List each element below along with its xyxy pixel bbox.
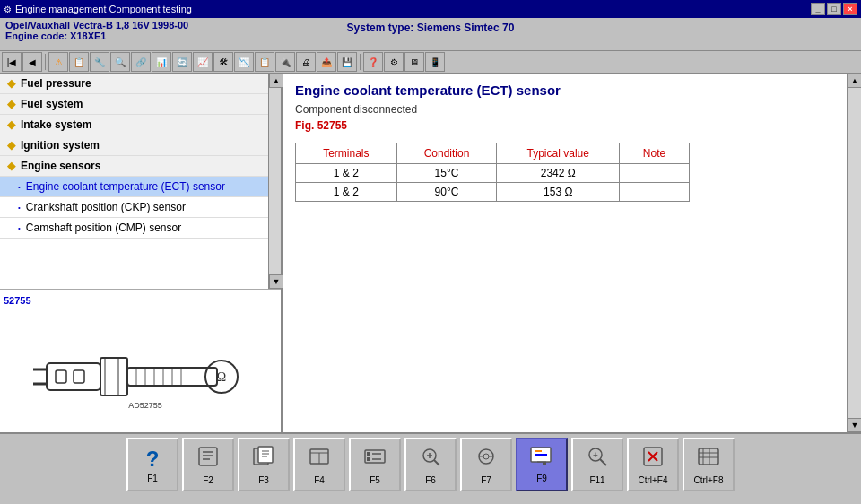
table-cell-note <box>620 164 690 183</box>
main-container: ◆ Fuel pressure ◆ Fuel system ◆ Intake s… <box>0 74 861 432</box>
f9-button[interactable]: F9 <box>516 438 568 491</box>
scroll-track[interactable] <box>848 88 861 418</box>
settings-button[interactable]: ⚙ <box>384 52 404 72</box>
sidebar-item-intake-system[interactable]: ◆ Intake system <box>0 115 268 135</box>
f7-label: F7 <box>481 475 491 485</box>
f1-button[interactable]: ? F1 <box>126 438 178 491</box>
svg-rect-23 <box>258 447 273 463</box>
app-icon: ⚙ <box>4 4 12 14</box>
window-controls[interactable]: _ □ × <box>811 3 857 15</box>
f5-label: F5 <box>370 475 380 485</box>
sidebar-item-fuel-system[interactable]: ◆ Fuel system <box>0 94 268 115</box>
sensor-image: Ω AD52755 <box>29 318 253 426</box>
ctrlf8-button[interactable]: Ctrl+F8 <box>683 438 735 491</box>
sidebar-item-fuel-pressure[interactable]: ◆ Fuel pressure <box>0 74 268 94</box>
figure-area: 52755 <box>0 289 281 432</box>
svg-rect-1 <box>56 370 66 383</box>
f1-icon: ? <box>146 447 160 472</box>
f11-icon: + <box>586 445 609 474</box>
sidebar-item-ignition-system[interactable]: ◆ Ignition system <box>0 135 268 156</box>
tool1-button[interactable]: 🔧 <box>90 52 109 72</box>
f7-button[interactable]: F7 <box>460 438 512 491</box>
sidebar-item-ect-sensor[interactable]: • Engine coolant temperature (ECT) senso… <box>0 177 268 197</box>
tool4-button[interactable]: 📊 <box>152 52 171 72</box>
mobile-button[interactable]: 📱 <box>425 52 445 72</box>
scroll-up-button[interactable]: ▲ <box>848 74 861 88</box>
sidebar-item-cmp-sensor[interactable]: • Camshaft position (CMP) sensor <box>0 218 268 239</box>
tool11-button[interactable]: 🖨 <box>296 52 316 72</box>
f5-icon <box>363 445 387 474</box>
col-header-condition: Condition <box>396 143 497 164</box>
warning-button[interactable]: ⚠ <box>48 52 68 72</box>
toolbar: |◀ ◀ ⚠ 📋 🔧 🔍 🔗 📊 🔄 📈 🛠 📉 📋 🔌 🖨 📤 💾 ❓ ⚙ 🖥… <box>0 50 861 74</box>
nav-prev-button[interactable]: ◀ <box>22 52 42 72</box>
tool12-button[interactable]: 📤 <box>317 52 336 72</box>
ctrlf4-button[interactable]: Ctrl+F4 <box>627 438 679 491</box>
f2-label: F2 <box>203 475 213 485</box>
f11-label: F11 <box>589 475 604 485</box>
content-scrollbar[interactable]: ▲ ▼ <box>847 74 861 432</box>
f7-icon <box>474 445 498 474</box>
f3-button[interactable]: F3 <box>238 438 290 491</box>
f6-label: F6 <box>425 475 436 485</box>
content-subtitle: Component disconnected <box>295 103 834 116</box>
ctrlf4-icon <box>641 445 665 474</box>
clipboard-button[interactable]: 📋 <box>69 52 89 72</box>
tool7-button[interactable]: 🛠 <box>213 52 233 72</box>
scroll-track[interactable] <box>269 88 281 274</box>
bottom-toolbar: ? F1 F2 F3 <box>0 432 861 495</box>
table-cell-note <box>620 183 690 202</box>
sidebar-list: ◆ Fuel pressure ◆ Fuel system ◆ Intake s… <box>0 74 268 289</box>
minimize-button[interactable]: _ <box>811 3 825 15</box>
ctrlf8-label: Ctrl+F8 <box>693 475 723 485</box>
f6-icon <box>419 445 442 474</box>
maximize-button[interactable]: □ <box>827 3 841 15</box>
svg-line-49 <box>600 459 606 465</box>
f4-label: F4 <box>314 475 325 485</box>
data-table: Terminals Condition Typical value Note 1… <box>295 143 690 202</box>
f5-button[interactable]: F5 <box>349 438 401 491</box>
tool2-button[interactable]: 🔍 <box>110 52 130 72</box>
table-cell-typical_value: 2342 Ω <box>497 164 620 183</box>
tool5-button[interactable]: 🔄 <box>172 52 192 72</box>
tool9-button[interactable]: 📋 <box>255 52 274 72</box>
tool6-button[interactable]: 📈 <box>193 52 213 72</box>
svg-rect-46 <box>543 462 546 465</box>
tool13-button[interactable]: 💾 <box>337 52 357 72</box>
f6-button[interactable]: F6 <box>404 438 457 491</box>
sidebar-scrollbar[interactable]: ▲ ▼ <box>268 74 281 289</box>
help-button[interactable]: ❓ <box>363 52 383 72</box>
sidebar-item-engine-sensors[interactable]: ◆ Engine sensors <box>0 156 268 177</box>
system-type: System type: Siemens Simtec 70 <box>0 22 861 34</box>
table-cell-terminals: 1 & 2 <box>296 164 397 183</box>
content-title: Engine coolant temperature (ECT) sensor <box>295 83 834 98</box>
f2-icon <box>196 445 220 474</box>
svg-rect-2 <box>74 370 84 383</box>
col-header-terminals: Terminals <box>296 143 397 164</box>
table-cell-condition: 15°C <box>396 164 497 183</box>
sidebar-item-label: Fuel pressure <box>21 77 91 90</box>
f4-button[interactable]: F4 <box>293 438 345 491</box>
sidebar-item-label: Engine sensors <box>21 160 100 172</box>
diamond-icon: ◆ <box>7 98 15 110</box>
tool10-button[interactable]: 🔌 <box>275 52 295 72</box>
close-button[interactable]: × <box>843 3 857 15</box>
tool8-button[interactable]: 📉 <box>234 52 254 72</box>
sidebar-item-ckp-sensor[interactable]: • Crankshaft position (CKP) sensor <box>0 197 268 218</box>
nav-first-button[interactable]: |◀ <box>2 52 22 72</box>
left-panel: ◆ Fuel pressure ◆ Fuel system ◆ Intake s… <box>0 74 283 432</box>
tool3-button[interactable]: 🔗 <box>131 52 151 72</box>
scroll-down-button[interactable]: ▼ <box>848 418 861 432</box>
title-bar: ⚙ Engine management Component testing _ … <box>0 0 861 18</box>
table-row: 1 & 215°C2342 Ω <box>296 164 690 183</box>
f4-icon <box>308 445 331 474</box>
bullet-icon: • <box>18 204 21 212</box>
sidebar-item-label: Camshaft position (CMP) sensor <box>26 222 181 234</box>
display-button[interactable]: 🖥 <box>404 52 424 72</box>
f2-button[interactable]: F2 <box>182 438 234 491</box>
scroll-down-button[interactable]: ▼ <box>269 274 283 289</box>
f11-button[interactable]: + F11 <box>571 438 623 491</box>
scroll-up-button[interactable]: ▲ <box>269 74 283 88</box>
svg-rect-31 <box>367 452 370 456</box>
sidebar-item-label: Engine coolant temperature (ECT) sensor <box>26 180 225 193</box>
